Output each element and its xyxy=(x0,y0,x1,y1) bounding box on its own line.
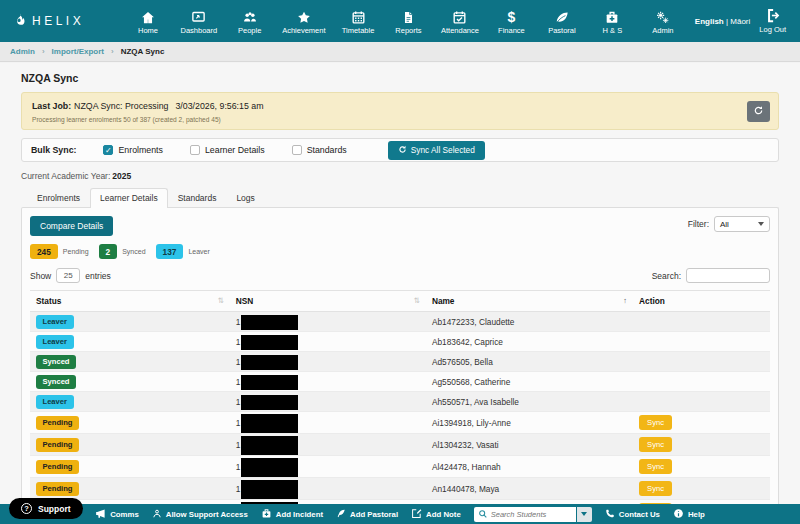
redacted-nsn xyxy=(241,414,298,433)
home-icon xyxy=(140,8,156,25)
sort-icon[interactable]: ↑ xyxy=(623,296,627,305)
leaver-count-badge: 137 xyxy=(156,244,184,259)
filter-select[interactable]: All xyxy=(714,216,770,232)
bulk-sync-option-enrolments[interactable]: ✓Enrolments xyxy=(103,145,163,155)
bulk-sync-option-learner-details[interactable]: Learner Details xyxy=(190,145,265,155)
question-icon: ? xyxy=(21,503,32,514)
nav-item-home[interactable]: Home xyxy=(130,8,166,35)
column-header-action[interactable]: Action xyxy=(633,291,770,312)
help-icon xyxy=(673,508,684,521)
nsn-value: 1 xyxy=(236,484,241,494)
nav-item-people[interactable]: People xyxy=(232,8,268,35)
compare-details-button[interactable]: Compare Details xyxy=(30,216,113,236)
student-search-input[interactable] xyxy=(491,510,572,519)
pastoral-icon xyxy=(554,8,570,25)
nav-item-timetable[interactable]: Timetable xyxy=(340,8,376,35)
finance-icon: $ xyxy=(508,8,516,25)
column-header-nsn[interactable]: NSN⇅ xyxy=(230,291,426,312)
learner-details-panel: Compare Details Filter: All 245Pending2S… xyxy=(21,207,779,524)
nav-item-dashboard[interactable]: Dashboard xyxy=(180,8,217,35)
sync-button[interactable]: Sync xyxy=(639,437,672,452)
support-button[interactable]: ? Support xyxy=(9,498,83,519)
synced-count-badge: 2 xyxy=(99,244,118,259)
bulk-sync-options: ✓EnrolmentsLearner DetailsStandards xyxy=(103,145,346,155)
sort-icon[interactable]: ⇅ xyxy=(414,296,420,305)
table-search-input[interactable] xyxy=(686,268,770,283)
sync-button[interactable]: Sync xyxy=(639,481,672,496)
checkbox-standards[interactable] xyxy=(292,145,302,155)
footer-add-note-button[interactable]: Add Note xyxy=(411,508,461,521)
checkbox-enrolments[interactable]: ✓ xyxy=(103,145,113,155)
bulk-sync-option-standards[interactable]: Standards xyxy=(292,145,347,155)
redacted-nsn xyxy=(241,395,298,410)
status-badge: Pending xyxy=(36,482,79,496)
nav-item-h-s[interactable]: H & S xyxy=(594,8,630,35)
status-badge: Pending xyxy=(36,460,79,474)
table-row: Leaver1Ab1472233, Claudette xyxy=(30,312,770,332)
sync-button[interactable]: Sync xyxy=(639,459,672,474)
tab-enrolments[interactable]: Enrolments xyxy=(27,188,90,208)
tab-learner-details[interactable]: Learner Details xyxy=(90,188,168,208)
footer-student-search xyxy=(474,507,592,522)
helix-logo[interactable]: HELIX xyxy=(12,11,114,32)
footer-help-button[interactable]: Help xyxy=(673,508,705,521)
breadcrumb: Admin › Import/Export › NZQA Sync xyxy=(0,42,800,62)
column-header-name[interactable]: Name↑ xyxy=(426,291,633,312)
tab-logs[interactable]: Logs xyxy=(226,188,264,208)
nzqa-sync-table: Status⇅NSN⇅Name↑Action Leaver1Ab1472233,… xyxy=(30,290,770,524)
nav-item-achievement[interactable]: Achievement xyxy=(282,8,325,35)
refresh-job-button[interactable] xyxy=(747,101,770,122)
footer-add-pastoral-button[interactable]: Add Pastoral xyxy=(336,508,398,521)
sync-button[interactable]: Sync xyxy=(639,415,672,430)
main-nav: HomeDashboardPeopleAchievementTimetableR… xyxy=(114,8,695,35)
status-badge: Synced xyxy=(36,355,76,369)
redacted-nsn xyxy=(241,480,298,499)
student-name: Al1304232, Vasati xyxy=(426,434,633,456)
status-badge: Pending xyxy=(36,416,79,430)
table-row: Pending1Al424478, HannahSync xyxy=(30,456,770,478)
table-row: Pending1An1440478, MayaSync xyxy=(30,478,770,500)
add-pastoral-icon xyxy=(336,508,346,521)
nav-item-reports[interactable]: Reports xyxy=(390,8,426,35)
student-name: An1440478, Maya xyxy=(426,478,633,500)
redacted-nsn xyxy=(241,375,298,390)
nsn-value: 1 xyxy=(236,462,241,472)
table-search-group: Search: xyxy=(652,268,770,283)
footer-add-incident-button[interactable]: Add Incident xyxy=(261,508,323,521)
breadcrumb-import-export[interactable]: Import/Export xyxy=(52,47,104,56)
nsn-value: 1 xyxy=(236,357,241,367)
sync-all-selected-button[interactable]: Sync All Selected xyxy=(388,141,485,160)
footer-comms-button[interactable]: Comms xyxy=(95,508,139,521)
nsn-value: 1 xyxy=(236,337,241,347)
nsn-value: 1 xyxy=(236,397,241,407)
table-row: Pending1Ai1394918, Lily-AnneSync xyxy=(30,412,770,434)
bulk-sync-bar: Bulk Sync: ✓EnrolmentsLearner DetailsSta… xyxy=(21,138,779,162)
nav-item-attendance[interactable]: Attendance xyxy=(441,8,479,35)
breadcrumb-admin[interactable]: Admin xyxy=(10,47,35,56)
entries-select[interactable]: 25 xyxy=(56,268,80,283)
tab-standards[interactable]: Standards xyxy=(168,188,227,208)
logout-button[interactable]: Log Out xyxy=(759,8,786,34)
footer-contact-us-button[interactable]: Contact Us xyxy=(605,508,660,521)
nav-item-admin[interactable]: Admin xyxy=(645,8,681,35)
search-icon xyxy=(478,505,488,523)
search-options-dropdown[interactable] xyxy=(577,507,592,522)
footer-allow-support-access-button[interactable]: Allow Support Access xyxy=(152,508,248,521)
student-name: Ad576505, Bella xyxy=(426,352,633,372)
table-header-row: Status⇅NSN⇅Name↑Action xyxy=(30,291,770,312)
language-switch[interactable]: English | Māori xyxy=(695,17,750,26)
status-badge: Leaver xyxy=(36,315,74,329)
people-icon xyxy=(241,8,259,25)
nav-item-finance[interactable]: $Finance xyxy=(493,8,529,35)
nsn-value: 1 xyxy=(236,317,241,327)
status-badge: Pending xyxy=(36,438,79,452)
sort-icon[interactable]: ⇅ xyxy=(218,296,224,305)
nsn-value: 1 xyxy=(236,440,241,450)
student-name: Ab183642, Caprice xyxy=(426,332,633,352)
health-safety-icon xyxy=(604,8,620,25)
last-job-label: Last Job: xyxy=(32,101,71,111)
column-header-status[interactable]: Status⇅ xyxy=(30,291,230,312)
nav-item-pastoral[interactable]: Pastoral xyxy=(544,8,580,35)
checkbox-learner-details[interactable] xyxy=(190,145,200,155)
bulk-sync-label: Bulk Sync: xyxy=(31,145,76,155)
